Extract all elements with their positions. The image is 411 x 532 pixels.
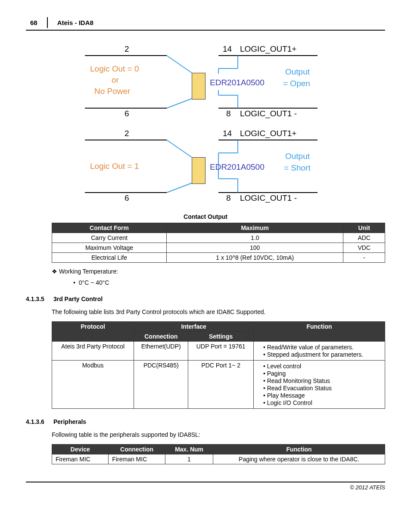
function-list: Read/Write value of parameters. Stepped …	[257, 344, 381, 358]
output-state: Output	[285, 152, 310, 161]
table-row: Maximum Voltage 100 VDC	[52, 243, 385, 253]
section-title: 3rd Party Control	[53, 296, 103, 302]
list-item: Paging	[263, 370, 381, 377]
pin-label: 8	[226, 109, 231, 118]
pin-label: 2	[125, 129, 129, 138]
list-item: Level control	[263, 363, 381, 370]
pin-label: 14	[223, 129, 232, 138]
chip-label: EDR201A0500	[210, 78, 265, 87]
table-header: Function	[213, 445, 385, 454]
table-header: Protocol	[52, 322, 134, 342]
table-row: Carry Current 1.0 ADC	[52, 233, 385, 243]
logic-state: No Power	[94, 87, 130, 96]
relay-block-icon	[192, 157, 206, 184]
table-row: Fireman MIC Fireman MIC 1 Paging where o…	[52, 454, 385, 464]
logic-state: Logic Out = 1	[90, 162, 139, 171]
section-title: Peripherals	[53, 418, 86, 425]
table-header: Connection	[109, 445, 165, 454]
signal-label: LOGIC_OUT1+	[240, 129, 296, 138]
table-header: Function	[253, 322, 385, 342]
working-temp-label: Working Temperature:	[52, 268, 385, 275]
table-row: Electrical Life 1 x 10^8 (Ref 10VDC, 10m…	[52, 253, 385, 263]
list-item: Read/Write value of parameters.	[263, 344, 381, 351]
output-state: Output	[285, 67, 310, 77]
table-header: Unit	[343, 223, 385, 233]
function-list: Level control Paging Read Monitoring Sta…	[257, 363, 381, 406]
page-number: 68	[26, 17, 48, 28]
signal-label: LOGIC_OUT1 -	[240, 109, 297, 118]
section-number: 4.1.3.6	[26, 418, 52, 425]
pin-label: 6	[125, 109, 129, 118]
diagram-caption: Contact Output	[26, 213, 385, 220]
relay-block-icon	[192, 73, 206, 100]
section-intro: Following table is the peripherals suppo…	[52, 431, 385, 438]
diagram-short: 2 6 Logic Out = 1 14 8 LOGIC_OUT1+ LOGIC…	[26, 128, 385, 210]
table-header: Device	[52, 445, 109, 454]
signal-label: LOGIC_OUT1 -	[240, 193, 297, 203]
list-item: Read Evacuation Status	[263, 385, 381, 392]
section-number: 4.1.3.5	[26, 296, 52, 302]
table-header: Settings	[188, 332, 254, 342]
signal-label: LOGIC_OUT1+	[240, 44, 296, 54]
output-state: = Short	[284, 163, 311, 173]
table-row: Ateis 3rd Party Protocol Ethernet(UDP) U…	[52, 342, 385, 361]
list-item: Read Monitoring Status	[263, 377, 381, 384]
chip-label: EDR201A0500	[210, 162, 265, 172]
pin-label: 6	[125, 193, 129, 203]
list-item: Stepped adjustment for parameters.	[263, 351, 381, 358]
section-heading: 4.1.3.5 3rd Party Control	[26, 296, 385, 302]
output-state: = Open	[283, 79, 310, 88]
working-temp-value: 0°C ~ 40°C	[73, 279, 385, 286]
table-header: Max. Num	[165, 445, 213, 454]
section-heading: 4.1.3.6 Peripherals	[26, 418, 385, 425]
svg-line-3	[167, 99, 192, 108]
section-intro: The following table lists 3rd Party Cont…	[52, 308, 385, 315]
svg-line-15	[167, 183, 192, 193]
peripherals-table: Device Connection Max. Num Function Fire…	[52, 444, 385, 464]
svg-line-13	[167, 140, 192, 157]
contact-output-table: Contact Form Maximum Unit Carry Current …	[52, 223, 385, 263]
table-header: Maximum	[167, 223, 343, 233]
list-item: Play Message	[263, 392, 381, 399]
diagram-open: 2 6 Logic Out = 0 or No Power 14 8 LOGIC…	[26, 44, 385, 125]
table-header: Connection	[134, 332, 188, 342]
third-party-table: Protocol Interface Function Connection S…	[52, 321, 385, 409]
logic-state: or	[112, 75, 119, 85]
page-footer: © 2012 ATEÏS	[26, 482, 385, 491]
pin-label: 14	[223, 44, 232, 54]
logic-state: Logic Out = 0	[90, 64, 139, 74]
table-header: Contact Form	[52, 223, 167, 233]
table-header: Interface	[134, 322, 254, 332]
pin-label: 2	[125, 44, 129, 54]
table-row: Modbus PDC(RS485) PDC Port 1~ 2 Level co…	[52, 361, 385, 409]
page-header: 68 Ateis - IDA8	[26, 17, 385, 31]
list-item: Logic I/O Control	[263, 399, 381, 406]
pin-label: 8	[226, 193, 231, 203]
header-title: Ateis - IDA8	[57, 19, 93, 26]
svg-line-1	[167, 56, 192, 73]
